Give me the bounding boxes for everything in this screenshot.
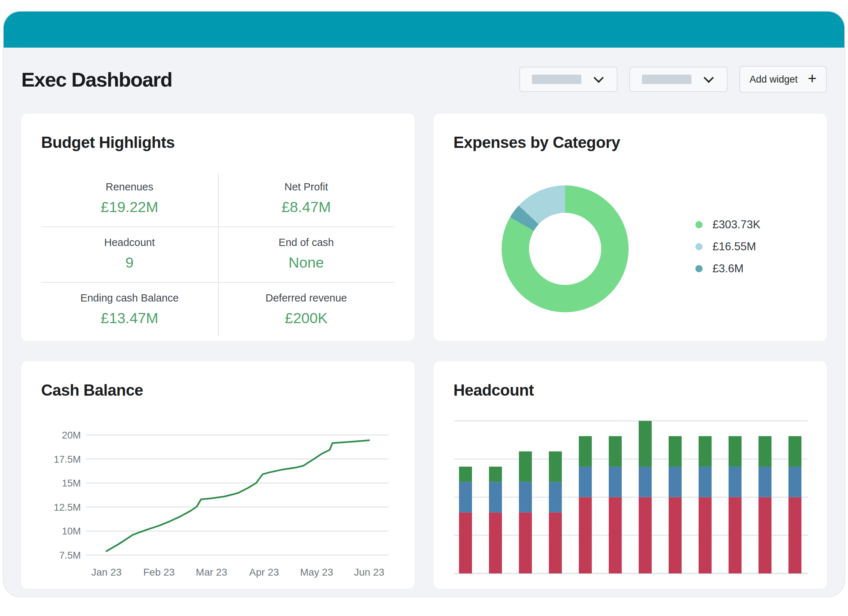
legend-dot-icon bbox=[695, 221, 703, 228]
metric-ending-cash-balance: Ending cash Balance £13.47M bbox=[41, 282, 218, 338]
expenses-legend: £303.73K £16.55M £3.6M bbox=[695, 218, 761, 275]
filter-select-1-placeholder bbox=[532, 75, 581, 84]
bar-segment bbox=[459, 482, 472, 512]
table-vertical-divider bbox=[218, 173, 219, 336]
filter-select-2-placeholder bbox=[642, 75, 691, 84]
bar-segment bbox=[669, 436, 682, 467]
bar-segment bbox=[609, 467, 622, 498]
widget-title: Expenses by Category bbox=[454, 133, 807, 151]
bar-segment bbox=[579, 467, 592, 498]
y-axis-tick-label: 15M bbox=[62, 478, 81, 489]
bar-segment bbox=[759, 467, 771, 498]
bar-segment bbox=[789, 436, 802, 467]
bar-segment bbox=[579, 436, 592, 467]
legend-dot-icon bbox=[695, 243, 703, 250]
bar-segment bbox=[669, 498, 682, 574]
bar-segment bbox=[609, 436, 622, 467]
bar-segment bbox=[639, 498, 652, 574]
y-axis-tick-label: 20M bbox=[62, 430, 81, 441]
bar-segment bbox=[519, 452, 532, 482]
bar-segment bbox=[549, 512, 562, 573]
metric-deferred-revenue: Deferred revenue £200K bbox=[218, 282, 395, 338]
widget-expenses-by-category: Expenses by Category £303.73K £16.55M bbox=[434, 114, 827, 341]
x-axis-tick-label: Apr 23 bbox=[249, 567, 279, 578]
x-axis-tick-label: Feb 23 bbox=[143, 567, 175, 578]
bar-segment bbox=[698, 498, 712, 574]
expenses-donut-chart bbox=[501, 185, 629, 312]
bar-segment bbox=[729, 498, 741, 574]
x-axis-tick-label: May 23 bbox=[300, 567, 333, 578]
plus-icon: + bbox=[808, 71, 817, 86]
page-title: Exec Dashboard bbox=[21, 68, 172, 91]
add-widget-label: Add widget bbox=[750, 74, 798, 85]
cash-balance-line bbox=[107, 440, 369, 551]
app-window: Exec Dashboard Add widget + bbox=[3, 11, 845, 597]
cash-balance-line-chart: 7.5M10M12.5M15M17.5M20MJan 23Feb 23Mar 2… bbox=[21, 361, 415, 589]
bar-segment bbox=[489, 467, 502, 482]
filter-select-2[interactable] bbox=[629, 67, 728, 92]
x-axis-tick-label: Mar 23 bbox=[196, 567, 227, 578]
chevron-down-icon bbox=[704, 73, 714, 83]
metric-revenues: Renenues £19.22M bbox=[41, 172, 218, 227]
bar-segment bbox=[789, 467, 802, 498]
bar-segment bbox=[549, 452, 562, 482]
bar-segment bbox=[519, 482, 532, 512]
widget-budget-highlights: Budget Highlights Renenues £19.22M Net P… bbox=[21, 114, 415, 341]
bar-segment bbox=[579, 498, 592, 574]
bar-segment bbox=[759, 498, 771, 574]
bar-segment bbox=[729, 436, 741, 467]
bar-segment bbox=[609, 498, 622, 574]
legend-item: £16.55M bbox=[695, 240, 761, 253]
bar-segment bbox=[459, 467, 472, 482]
y-axis-tick-label: 12.5M bbox=[54, 502, 81, 513]
bar-segment bbox=[519, 512, 532, 573]
app-header-bar bbox=[4, 12, 844, 47]
bar-segment bbox=[549, 482, 562, 512]
page-canvas: Exec Dashboard Add widget + bbox=[0, 0, 848, 616]
bar-segment bbox=[789, 498, 802, 574]
legend-dot-icon bbox=[695, 265, 703, 272]
bar-segment bbox=[639, 421, 652, 467]
y-axis-tick-label: 10M bbox=[62, 526, 81, 537]
page-header: Exec Dashboard Add widget + bbox=[21, 67, 827, 92]
add-widget-button[interactable]: Add widget + bbox=[740, 66, 827, 93]
widget-grid: Budget Highlights Renenues £19.22M Net P… bbox=[21, 114, 827, 589]
budget-metric-grid: Renenues £19.22M Net Profit £8.47M Headc… bbox=[41, 172, 395, 338]
chevron-down-icon bbox=[594, 73, 604, 83]
bar-segment bbox=[639, 467, 652, 498]
y-axis-tick-label: 17.5M bbox=[54, 454, 81, 465]
bar-segment bbox=[698, 436, 712, 467]
dashboard-content: Exec Dashboard Add widget + bbox=[4, 67, 844, 589]
bar-segment bbox=[759, 436, 771, 467]
metric-net-profit: Net Profit £8.47M bbox=[218, 172, 395, 227]
bar-segment bbox=[459, 512, 472, 573]
x-axis-tick-label: Jun 23 bbox=[354, 567, 384, 578]
widget-title: Budget Highlights bbox=[41, 133, 395, 151]
widget-headcount: Headcount bbox=[434, 361, 827, 589]
metric-headcount: Headcount 9 bbox=[41, 227, 218, 282]
header-controls: Add widget + bbox=[519, 66, 827, 93]
y-axis-tick-label: 7.5M bbox=[59, 550, 81, 561]
metric-end-of-cash: End of cash None bbox=[218, 227, 395, 282]
bar-segment bbox=[489, 512, 502, 573]
bar-segment bbox=[489, 482, 502, 512]
legend-item: £303.73K bbox=[695, 218, 761, 231]
legend-item: £3.6M bbox=[695, 262, 761, 275]
x-axis-tick-label: Jan 23 bbox=[91, 567, 122, 578]
headcount-stacked-bar-chart bbox=[434, 361, 827, 589]
bar-segment bbox=[669, 467, 682, 498]
filter-select-1[interactable] bbox=[519, 67, 617, 92]
bar-segment bbox=[729, 467, 741, 498]
bar-segment bbox=[698, 467, 712, 498]
widget-cash-balance: Cash Balance 7.5M10M12.5M15M17.5M20MJan … bbox=[21, 361, 415, 589]
